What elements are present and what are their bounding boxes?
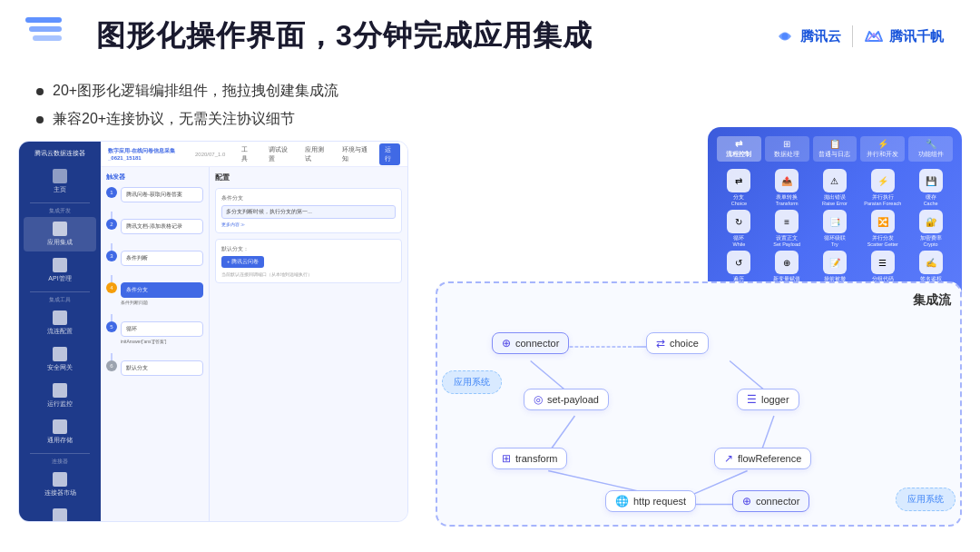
sidebar-item-connector-market[interactable]: 连接器市场 bbox=[24, 468, 96, 502]
logger-node-icon: ☰ bbox=[747, 393, 757, 406]
catalog-item-try[interactable]: 📑 循环级联Try bbox=[813, 210, 858, 247]
sidebar-item-storage[interactable]: 通用存储 bbox=[24, 415, 96, 449]
catalog-item-cache[interactable]: 💾 缓存Cache bbox=[908, 169, 953, 206]
sidebar-item-connector-dev[interactable]: 连接器开发 bbox=[24, 504, 96, 522]
add-condition-btn[interactable]: 更多内容 ≫ bbox=[221, 222, 396, 227]
tab-tools[interactable]: 工具 bbox=[236, 143, 257, 165]
step-connector-5 bbox=[111, 353, 113, 360]
step-box-1: 腾讯问卷-获取问卷答案 bbox=[121, 187, 203, 202]
title-area: 图形化操作界面，3分钟完成应用集成 bbox=[36, 16, 593, 56]
step-box-2: 腾讯文档-添加表格记录 bbox=[121, 219, 203, 234]
flow-list-title: 触发器 bbox=[106, 172, 203, 182]
func-icon: 🔧 bbox=[914, 139, 947, 149]
sidebar-item-home[interactable]: 主页 bbox=[24, 164, 96, 199]
config-label-branches: 条件分支 bbox=[221, 194, 396, 202]
config-panel-title: 配置 bbox=[215, 172, 402, 182]
storage-icon bbox=[53, 419, 67, 434]
step-num-6: 6 bbox=[106, 360, 117, 371]
transform-icon: 📤 bbox=[775, 169, 799, 192]
tab-run[interactable]: 运行 bbox=[379, 143, 400, 165]
sidebar-brand: 腾讯云数据连接器 bbox=[34, 149, 85, 157]
step-connector-1 bbox=[111, 212, 113, 219]
home-icon bbox=[53, 169, 67, 183]
catalog-item-raise-error[interactable]: ⚠ 抛出错误Raise Error bbox=[813, 169, 858, 206]
catalog-item-while[interactable]: ↻ 循环While bbox=[717, 210, 761, 247]
app-system-label-right: 应用系统 bbox=[896, 488, 956, 511]
set-variable-icon: ⊕ bbox=[775, 251, 799, 274]
workflow-panel: 腾讯云数据连接器 主页 集成开发 应用集成 API管理 集成工具 流连配置 安全… bbox=[18, 141, 408, 522]
flow-steps-list: 触发器 1 腾讯问卷-获取问卷答案 2 腾讯文档-添加表格记录 3 bbox=[101, 167, 210, 521]
step-num-3: 3 bbox=[106, 251, 117, 261]
brand-divider bbox=[852, 25, 853, 47]
config-hint: 当前默认连接回调端口（从本地到远端执行） bbox=[221, 271, 396, 277]
node-http: 🌐 http request bbox=[605, 490, 696, 512]
flow-step-6: 6 默认分支 bbox=[106, 360, 203, 376]
catalog-tab-flow[interactable]: ⇄ 流程控制 bbox=[717, 136, 761, 162]
catalog-item-choice[interactable]: ⇄ 分支Choice bbox=[717, 169, 761, 206]
app-system-label-left: 应用系统 bbox=[442, 370, 502, 394]
flow-step-5: 5 循环 initAnswer['ans']['答案'] bbox=[106, 321, 203, 344]
catalog-item-set-payload[interactable]: ≡ 设置正文Set Payload bbox=[765, 210, 809, 247]
step-num-1: 1 bbox=[106, 187, 117, 198]
catalog-tab-log[interactable]: 📋 普通与日志 bbox=[813, 136, 858, 162]
node-flow-reference: ↗ flowReference bbox=[714, 448, 811, 469]
catalog-tab-parallel[interactable]: ⚡ 并行和开发 bbox=[860, 136, 905, 162]
connector2-icon: ⊕ bbox=[742, 495, 751, 508]
catalog-tab-func[interactable]: 🔧 功能组件 bbox=[908, 136, 953, 162]
connector-dev-icon bbox=[53, 508, 67, 522]
add-node-btn[interactable]: + 腾讯云问卷 bbox=[221, 256, 264, 268]
flow-config-icon bbox=[53, 310, 67, 325]
workflow-area: 触发器 1 腾讯问卷-获取问卷答案 2 腾讯文档-添加表格记录 3 bbox=[101, 167, 407, 521]
catalog-tab-data[interactable]: ⊞ 数据处理 bbox=[765, 136, 809, 162]
bullet-2: 兼容20+连接协议，无需关注协议细节 bbox=[36, 110, 338, 129]
flow-control-icon: ⇄ bbox=[722, 139, 756, 149]
step-connector-4 bbox=[111, 314, 113, 321]
choice-icon: ⇄ bbox=[727, 169, 750, 192]
sidebar-item-monitor[interactable]: 运行监控 bbox=[24, 379, 96, 413]
data-process-icon: ⊞ bbox=[770, 139, 804, 149]
right-panel: ⇄ 流程控制 ⊞ 数据处理 📋 普通与日志 ⚡ 并行和开发 🔧 功能组件 bbox=[436, 127, 962, 527]
connector-market-icon bbox=[53, 472, 67, 487]
sidebar-item-security[interactable]: 安全网关 bbox=[24, 342, 96, 377]
sidebar-item-flow-config[interactable]: 流连配置 bbox=[24, 306, 96, 340]
crypto-icon: 🔐 bbox=[919, 210, 943, 233]
sidebar-section-dev: 集成开发 bbox=[30, 202, 90, 217]
page-title: 图形化操作界面，3分钟完成应用集成 bbox=[96, 16, 593, 56]
config-select-default[interactable]: 多分支判断时候，执行分支的第一... bbox=[221, 205, 396, 219]
bullet-dot-1 bbox=[36, 88, 44, 95]
catalog-item-transform[interactable]: 📤 表单转换Transform bbox=[765, 169, 809, 206]
connector1-icon: ⊕ bbox=[502, 337, 511, 350]
node-choice: ⇄ choice bbox=[646, 332, 709, 354]
app-integration-icon bbox=[53, 222, 67, 236]
catalog-item-parallel-foreach[interactable]: ⚡ 并行执行Paratan Foreach bbox=[860, 169, 905, 206]
bullet-1: 20+图形化逻辑编排组件，拖拉拽创建集成流 bbox=[36, 82, 338, 101]
flow-nodes-container: 应用系统 ⊕ connector ⇄ choice ◎ set-payload … bbox=[446, 316, 951, 516]
sidebar-section-tools: 集成工具 bbox=[30, 291, 90, 306]
step-box-5: 循环 bbox=[121, 321, 203, 337]
monitor-icon bbox=[53, 383, 67, 398]
flow-step-4: 4 条件分支 条件判断问题 bbox=[106, 282, 203, 305]
catalog-item-scatter[interactable]: 🔀 并行分发Scatter Getter bbox=[860, 210, 905, 247]
step-box-6: 默认分支 bbox=[121, 360, 203, 376]
scatter-icon: 🔀 bbox=[871, 210, 895, 233]
step-box-4: 条件分支 bbox=[121, 282, 203, 298]
brand-logos: 腾讯云 腾讯千帆 bbox=[775, 25, 944, 47]
svg-point-3 bbox=[782, 34, 789, 40]
sidebar-item-api[interactable]: API管理 bbox=[24, 253, 96, 288]
sidebar-item-app-integration[interactable]: 应用集成 bbox=[24, 217, 96, 251]
foreach-icon: ↺ bbox=[727, 251, 750, 274]
main-content: 数字应用-在线问卷信息采集_0621_15181 2020/07_1.0 工具 … bbox=[101, 142, 407, 521]
flow-step-3: 3 条件判断 bbox=[106, 251, 203, 266]
step-sub-4: 条件判断问题 bbox=[121, 300, 203, 305]
tab-debug[interactable]: 调试设置 bbox=[263, 143, 295, 165]
catalog-item-crypto[interactable]: 🔐 加密费率Crypto bbox=[908, 210, 953, 247]
tab-app-test[interactable]: 应用测试 bbox=[299, 143, 331, 165]
step-num-5: 5 bbox=[106, 321, 117, 332]
flow-diagram-title: 集成流 bbox=[446, 292, 951, 309]
config-section-action: 默认分支： + 腾讯云问卷 当前默认连接回调端口（从本地到远端执行） bbox=[215, 239, 402, 283]
bullet-dot-2 bbox=[36, 116, 44, 123]
step-connector-2 bbox=[111, 243, 113, 251]
step-num-4: 4 bbox=[106, 282, 117, 293]
node-transform: ⊞ transform bbox=[492, 448, 567, 469]
tab-env[interactable]: 环境与通知 bbox=[337, 143, 373, 165]
